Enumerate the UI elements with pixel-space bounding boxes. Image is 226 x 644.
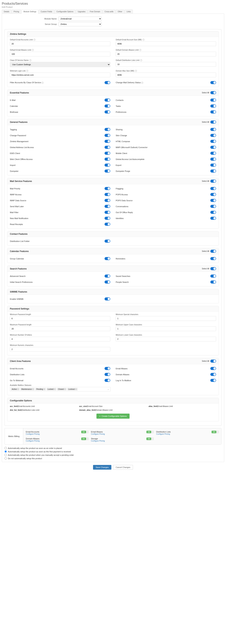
toggle[interactable] bbox=[210, 81, 216, 84]
close-icon[interactable]: × bbox=[54, 388, 55, 390]
configure-pricing-link[interactable]: Configure Pricing bbox=[91, 433, 105, 435]
tab-pricing[interactable]: Pricing bbox=[12, 10, 21, 14]
feature-toggle[interactable] bbox=[105, 240, 110, 243]
feature-toggle[interactable] bbox=[105, 199, 110, 202]
close-icon[interactable]: × bbox=[32, 388, 33, 390]
feature-toggle[interactable] bbox=[210, 152, 216, 155]
feature-toggle[interactable] bbox=[210, 379, 216, 382]
feature-toggle[interactable] bbox=[105, 104, 110, 108]
feature-toggle[interactable] bbox=[210, 187, 216, 190]
close-icon[interactable]: × bbox=[75, 388, 76, 390]
help-icon[interactable]: ? bbox=[139, 49, 141, 51]
zimbra-field-input[interactable] bbox=[10, 42, 110, 46]
setup-radio-option[interactable]: Do not automatically setup this product bbox=[4, 457, 222, 460]
zimbra-field-input[interactable]: Use Custom Settings bbox=[10, 62, 110, 67]
feature-toggle[interactable] bbox=[210, 164, 216, 167]
select-all-toggle[interactable] bbox=[210, 180, 216, 183]
feature-toggle[interactable] bbox=[105, 373, 110, 376]
configure-pricing-link[interactable]: Configure Pricing bbox=[26, 433, 40, 435]
password-field-input[interactable] bbox=[116, 316, 216, 321]
metric-toggle[interactable] bbox=[86, 438, 89, 440]
metric-toggle[interactable] bbox=[151, 431, 154, 433]
server-group-select[interactable]: Zimbra bbox=[58, 22, 102, 26]
help-icon[interactable]: ? bbox=[29, 59, 31, 61]
feature-toggle[interactable] bbox=[105, 187, 110, 190]
feature-toggle[interactable] bbox=[210, 280, 216, 284]
tab-free-domain[interactable]: Free Domain bbox=[88, 10, 102, 14]
help-icon[interactable]: ? bbox=[135, 70, 137, 72]
metric-toggle[interactable] bbox=[151, 438, 154, 440]
module-name-select[interactable]: ZimbraEmail bbox=[58, 16, 102, 21]
close-icon[interactable]: × bbox=[64, 388, 65, 390]
tab-upgrades[interactable]: Upgrades bbox=[76, 10, 87, 14]
zimbra-field-input[interactable] bbox=[116, 62, 216, 67]
configure-pricing-link[interactable]: Configure Pricing bbox=[26, 440, 40, 442]
client-area-select-all-toggle[interactable] bbox=[210, 360, 216, 362]
select-all-toggle[interactable] bbox=[210, 91, 216, 94]
feature-toggle[interactable] bbox=[210, 134, 216, 137]
password-field-input[interactable] bbox=[116, 337, 216, 341]
tab-details[interactable]: Details bbox=[2, 10, 11, 14]
feature-toggle[interactable] bbox=[210, 257, 216, 260]
feature-toggle[interactable] bbox=[210, 367, 216, 370]
create-configurable-options-button[interactable]: + Create Configurable Options bbox=[96, 414, 130, 419]
feature-toggle[interactable] bbox=[105, 217, 110, 220]
tab-module-settings[interactable]: Module Settings bbox=[21, 10, 38, 14]
setup-radio-option[interactable]: Automatically setup the product as soon … bbox=[4, 446, 222, 450]
help-icon[interactable]: ? bbox=[143, 39, 145, 41]
feature-toggle[interactable] bbox=[105, 257, 110, 260]
zimbra-field-input[interactable] bbox=[10, 72, 110, 77]
password-field-input[interactable] bbox=[10, 337, 110, 341]
feature-toggle[interactable] bbox=[105, 140, 110, 143]
feature-toggle[interactable] bbox=[105, 211, 110, 214]
toggle[interactable] bbox=[105, 81, 110, 84]
feature-toggle[interactable] bbox=[210, 128, 216, 131]
setup-radio-option[interactable]: Automatically setup the product when you… bbox=[4, 453, 222, 457]
feature-toggle[interactable] bbox=[105, 158, 110, 161]
password-field-input[interactable] bbox=[10, 347, 110, 352]
feature-toggle[interactable] bbox=[105, 134, 110, 137]
status-chip[interactable]: Closed × bbox=[57, 388, 67, 390]
feature-toggle[interactable] bbox=[105, 274, 110, 278]
tab-cross-sells[interactable]: Cross-sells bbox=[103, 10, 115, 14]
close-icon[interactable]: × bbox=[17, 388, 18, 390]
feature-toggle[interactable] bbox=[105, 367, 110, 370]
status-chip[interactable]: Pending × bbox=[35, 388, 46, 390]
tab-links[interactable]: Links bbox=[125, 10, 133, 14]
feature-toggle[interactable] bbox=[210, 98, 216, 102]
feature-toggle[interactable] bbox=[210, 193, 216, 196]
configure-pricing-link[interactable]: Configure Pricing bbox=[91, 440, 105, 442]
feature-toggle[interactable] bbox=[105, 205, 110, 208]
configure-pricing-link[interactable]: Configure Pricing bbox=[156, 433, 170, 435]
tab-other[interactable]: Other bbox=[116, 10, 124, 14]
feature-toggle[interactable] bbox=[210, 140, 216, 143]
zimbra-field-input[interactable] bbox=[116, 52, 216, 56]
feature-toggle[interactable] bbox=[105, 110, 110, 114]
cancel-button[interactable]: Cancel Changes bbox=[113, 465, 133, 470]
setup-radio-option[interactable]: Automatically setup the product as soon … bbox=[4, 450, 222, 453]
feature-toggle[interactable] bbox=[105, 223, 110, 226]
password-field-input[interactable] bbox=[10, 316, 110, 321]
feature-toggle[interactable] bbox=[210, 274, 216, 278]
help-icon[interactable]: ? bbox=[32, 49, 34, 51]
feature-toggle[interactable] bbox=[210, 170, 216, 172]
save-button[interactable]: Save Changes bbox=[93, 465, 111, 470]
metric-toggle[interactable] bbox=[216, 431, 219, 433]
feature-toggle[interactable] bbox=[105, 146, 110, 149]
close-icon[interactable]: × bbox=[44, 388, 45, 390]
feature-toggle[interactable] bbox=[105, 98, 110, 102]
help-icon[interactable]: ? bbox=[41, 82, 43, 84]
feature-toggle[interactable] bbox=[210, 146, 216, 149]
mailbox-statuses-multiselect[interactable]: Active ×Maintenance ×Pending ×Locked ×Cl… bbox=[10, 387, 111, 392]
feature-toggle[interactable] bbox=[210, 110, 216, 114]
status-chip[interactable]: Locked × bbox=[47, 388, 56, 390]
feature-toggle[interactable] bbox=[105, 170, 110, 172]
help-icon[interactable]: ? bbox=[26, 70, 28, 72]
status-chip[interactable]: Maintenance × bbox=[20, 388, 34, 390]
feature-toggle[interactable] bbox=[105, 280, 110, 284]
help-icon[interactable]: ? bbox=[141, 82, 143, 84]
feature-toggle[interactable] bbox=[105, 164, 110, 167]
select-all-toggle[interactable] bbox=[210, 250, 216, 253]
status-chip[interactable]: Active × bbox=[11, 388, 20, 390]
zimbra-field-input[interactable] bbox=[116, 72, 216, 77]
